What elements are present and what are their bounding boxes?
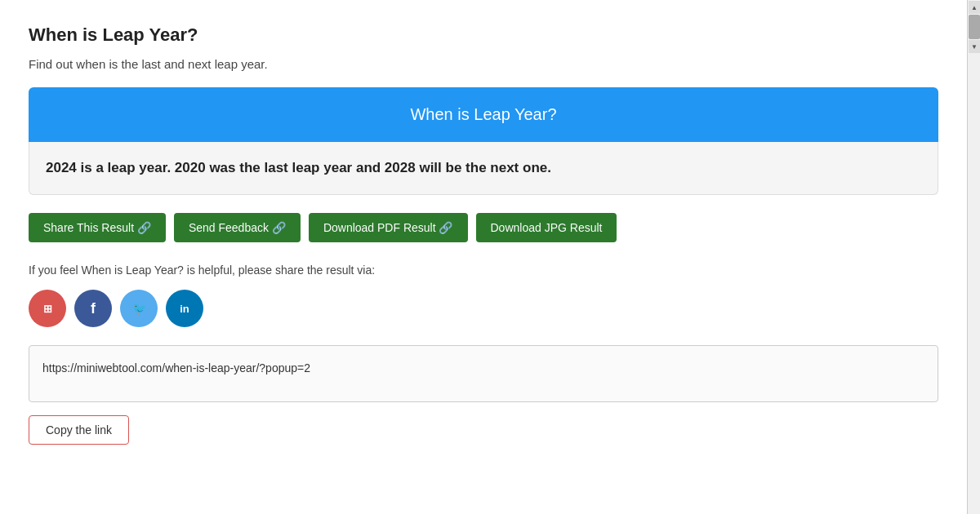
send-feedback-button[interactable]: Send Feedback 🔗 [174, 213, 301, 242]
scroll-up-arrow[interactable]: ▲ [969, 1, 980, 14]
social-icons-row: ⊞ f 🐦 in [29, 290, 938, 327]
scroll-down-arrow[interactable]: ▼ [969, 40, 980, 53]
scrollbar[interactable]: ▲ ▼ [967, 0, 980, 514]
facebook-icon: f [91, 300, 96, 317]
miniwebtool-share-button[interactable]: ⊞ [29, 290, 66, 327]
scroll-thumb[interactable] [969, 15, 980, 39]
facebook-share-button[interactable]: f [74, 290, 112, 327]
twitter-icon: 🐦 [132, 302, 146, 315]
result-text: 2024 is a leap year. 2020 was the last l… [46, 160, 921, 176]
share-result-button[interactable]: Share This Result 🔗 [29, 213, 166, 242]
share-prompt-text: If you feel When is Leap Year? is helpfu… [29, 264, 938, 277]
download-pdf-button[interactable]: Download PDF Result 🔗 [309, 213, 468, 242]
page-title: When is Leap Year? [29, 24, 938, 46]
result-box: 2024 is a leap year. 2020 was the last l… [29, 142, 938, 195]
link-display-box: https://miniwebtool.com/when-is-leap-yea… [29, 345, 938, 402]
copy-link-button[interactable]: Copy the link [29, 415, 129, 445]
tool-header: When is Leap Year? [29, 87, 938, 142]
miniwebtool-icon: ⊞ [43, 303, 52, 315]
linkedin-share-button[interactable]: in [166, 290, 203, 327]
action-buttons: Share This Result 🔗 Send Feedback 🔗 Down… [29, 213, 938, 242]
download-jpg-button[interactable]: Download JPG Result [476, 213, 617, 242]
linkedin-icon: in [180, 303, 189, 315]
twitter-share-button[interactable]: 🐦 [120, 290, 158, 327]
page-subtitle: Find out when is the last and next leap … [29, 57, 938, 71]
main-content: When is Leap Year? Find out when is the … [0, 0, 967, 469]
share-url-text: https://miniwebtool.com/when-is-leap-yea… [42, 361, 310, 374]
